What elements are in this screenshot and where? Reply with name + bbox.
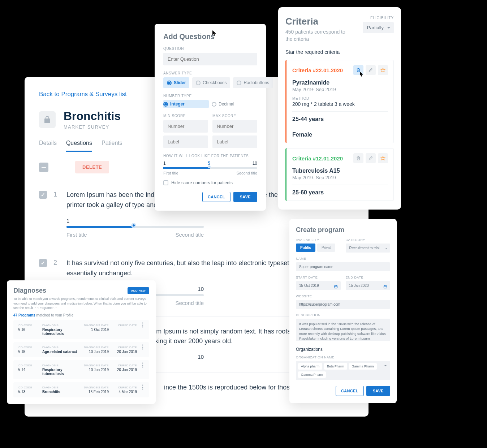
slider-right-label: Second title (176, 300, 204, 306)
question-number: 1 (53, 191, 60, 238)
min-score-input[interactable] (163, 120, 208, 133)
slider-right-label: Second title (176, 232, 204, 238)
org-tag[interactable]: Gamma Pharm (349, 363, 377, 370)
cured-date: 4 Mar 2019 (112, 390, 137, 394)
method-value: 200 mg * 2 tablets 3 a week (292, 101, 388, 107)
add-questions-modal: Add Questions QUESTION ANSWER TYPE Slide… (155, 24, 266, 211)
criteria-dates: May 2019- Sep 2019 (292, 175, 388, 180)
diagnosis-date: 18 Feb 2019 (83, 390, 109, 394)
modal-title: Add Questions (163, 33, 257, 41)
number-type-label: NUMBER TYPE (163, 94, 257, 98)
save-button[interactable]: SAVE (366, 386, 390, 396)
row-menu-icon[interactable]: ⋮ (140, 324, 145, 327)
preview-slider: 1510 First titleSecond title (163, 161, 257, 175)
answer-type-slider[interactable]: Slider (163, 77, 189, 88)
delete-button[interactable]: DELETE (75, 161, 109, 173)
diagnosis-row: ICD-CODEA-15 DIAGNOSISAge-related catara… (13, 342, 149, 357)
cured-date: - (112, 328, 137, 332)
edit-icon[interactable] (366, 153, 376, 163)
page-title: Bronchitis (64, 109, 121, 123)
diagnosis-name: Respiratory tuberculosis (42, 328, 81, 336)
icd-code: A-15 (18, 350, 39, 354)
cancel-button[interactable]: CANCEL (336, 386, 364, 396)
max-score-input[interactable] (212, 120, 257, 133)
calendar-icon (334, 285, 338, 289)
save-button[interactable]: SAVE (233, 192, 257, 202)
collapse-button[interactable] (39, 163, 48, 172)
tab-patients[interactable]: Patients (102, 140, 122, 152)
trash-icon[interactable] (353, 153, 363, 163)
tab-questions[interactable]: Questions (66, 140, 92, 152)
availability-private[interactable]: Privat (317, 244, 335, 252)
question-checkbox[interactable] (39, 259, 47, 267)
description-input[interactable]: It was popularised in the 1960s with the… (296, 319, 390, 341)
criteria-sex: Female (292, 132, 388, 138)
min-score-label: MIN SCORE (163, 114, 208, 118)
row-menu-icon[interactable]: ⋮ (140, 346, 145, 349)
program-name-input[interactable] (296, 262, 390, 271)
icd-code: A-14 (18, 368, 39, 372)
number-type-decimal[interactable]: Decimal (212, 100, 257, 108)
org-tag[interactable]: Beta Pharm (324, 363, 347, 370)
star-icon[interactable] (378, 153, 388, 163)
question-checkbox[interactable] (39, 191, 47, 199)
programs-matched[interactable]: 47 Programs matched to your Profile (13, 313, 149, 317)
cured-date: 20 Jun 2019 (112, 350, 137, 354)
slider-max: 10 (198, 286, 204, 292)
question-label: QUESTION (163, 47, 257, 51)
lock-icon (39, 111, 56, 128)
criteria-name: Criteria #22.01.2020 (292, 67, 343, 73)
diagnoses-title: Diagnoses (13, 287, 46, 294)
org-tag[interactable]: Alpha pharm (298, 363, 322, 370)
eligibility-select[interactable]: Partially (363, 22, 394, 33)
method-label: METHOD (292, 96, 388, 100)
answer-type-checkboxes[interactable]: Checkboxes (192, 77, 230, 88)
org-select[interactable]: Alpha pharm Beta Pharm Gamma Pharm Gamma… (296, 361, 390, 380)
preview-label: HOW IT WILL LOOK LIKE FOR THE PATIENTS (163, 154, 257, 158)
criteria-title: Criteria (285, 16, 347, 27)
number-type-integer[interactable]: Integer (163, 100, 209, 108)
row-menu-icon[interactable]: ⋮ (140, 364, 145, 367)
create-program-panel: Create program AVAILABILITY Public Priva… (289, 219, 397, 403)
hide-scores-checkbox[interactable] (163, 180, 168, 185)
slider-min: 1 (66, 217, 69, 224)
icd-code: A-13 (18, 390, 39, 394)
row-menu-icon[interactable]: ⋮ (140, 386, 145, 389)
slider[interactable] (66, 226, 204, 228)
start-date-label: START DATE (296, 276, 341, 279)
min-label-input[interactable] (163, 135, 208, 148)
question-input[interactable] (163, 53, 257, 65)
organizations-title: Organizations (296, 347, 390, 352)
category-select[interactable]: Recruitment to trial (346, 244, 391, 253)
criteria-card: Criteria #12.01.2020 Tuberculosis A15May… (285, 148, 394, 201)
criteria-drug: Tuberculosis A15 (292, 168, 388, 174)
edit-icon[interactable] (366, 65, 376, 75)
diagnosis-row: ICD-CODEA-13 DIAGNOSISBronchitis DIAGNOS… (13, 382, 149, 397)
criteria-age: 25-60 years (292, 189, 388, 196)
criteria-subtitle: 450 patients correspond to the criteria (285, 29, 347, 43)
availability-public[interactable]: Public (296, 244, 315, 252)
criteria-instruction: Star the required criteria (285, 49, 394, 55)
eligibility-label: ELIGIBILITY (363, 16, 394, 20)
star-icon[interactable] (378, 65, 388, 75)
criteria-panel: Criteria 450 patients correspond to the … (278, 7, 401, 210)
description-label: DESCRIPTION (296, 313, 390, 317)
criteria-drug: Pyrazinamide (292, 79, 388, 86)
diagnosis-row: ICD-CODEA-14 DIAGNOSISRespiratory tuberc… (13, 360, 149, 379)
cancel-button[interactable]: CANCEL (202, 192, 230, 202)
org-tag[interactable]: Gamma Pharm (298, 371, 326, 378)
calendar-icon (383, 285, 387, 289)
end-date-label: END DATE (346, 276, 391, 279)
page-subtitle: MARKET SURVEY (64, 124, 121, 130)
max-label-input[interactable] (212, 135, 257, 148)
preview-slider-track[interactable] (163, 167, 257, 169)
add-new-button[interactable]: ADD NEW (128, 287, 149, 294)
hide-scores-label: Hide score numbers for patients (171, 180, 233, 185)
criteria-card: Criteria #22.01.2020 PyrazinamideMay 201… (285, 60, 394, 143)
icd-code: A-16 (18, 328, 39, 332)
tab-details[interactable]: Details (39, 140, 57, 152)
website-input[interactable] (296, 300, 390, 309)
answer-type-radio[interactable]: Radiobuttons (233, 77, 273, 88)
diagnosis-name: Bronchitis (42, 390, 81, 394)
diagnosis-name: Age-related cataract (42, 350, 81, 354)
